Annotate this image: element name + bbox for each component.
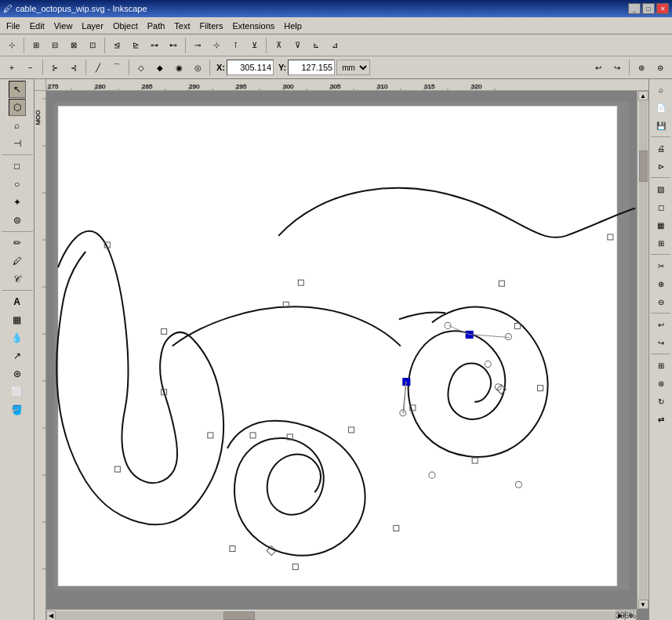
menu-filters[interactable]: Filters — [195, 20, 228, 32]
seg-line-btn[interactable]: ╱ — [89, 59, 107, 76]
panel-pattern-btn[interactable]: ⊞ — [652, 234, 670, 252]
panel-cut-btn[interactable]: ✂ — [652, 257, 670, 274]
close-button[interactable]: ✕ — [656, 3, 669, 14]
canvas-container[interactable]: 275 280 285 290 295 300 305 310 — [35, 79, 648, 620]
tool-node[interactable]: ⬡ — [9, 99, 26, 116]
panel-grid-btn[interactable]: ⊞ — [652, 357, 670, 374]
tool-callig[interactable]: 𝒞 — [9, 270, 26, 288]
svg-text:275: 275 — [48, 83, 59, 90]
sep4 — [266, 38, 267, 53]
tool-eraser[interactable]: ⬜ — [9, 383, 26, 401]
y-input[interactable] — [288, 60, 335, 75]
transform-btn-4[interactable]: ⊻ — [245, 37, 263, 54]
scrollbar-v-thumb[interactable] — [639, 150, 648, 182]
align-btn-1[interactable]: ⊴ — [108, 37, 125, 54]
scrollbar-horizontal[interactable]: ◀ ▶ ⊕ — [46, 609, 637, 620]
view-btn-2[interactable]: ⊽ — [289, 37, 306, 54]
tool-rect[interactable]: □ — [9, 158, 26, 175]
snap-btn-4[interactable]: ⊠ — [65, 37, 82, 54]
tool-pencil[interactable]: ✏ — [9, 234, 26, 252]
panel-print-btn[interactable]: 🖨 — [652, 140, 670, 157]
node-join-btn[interactable]: ⊱ — [46, 59, 64, 76]
snap-btn-2[interactable]: ⊞ — [27, 37, 45, 54]
menu-help[interactable]: Help — [279, 20, 307, 32]
panel-paste-btn[interactable]: ⊖ — [652, 293, 670, 310]
path-effect-btn[interactable]: ↩ — [590, 59, 607, 76]
transform-btn-3[interactable]: ⊺ — [227, 37, 244, 54]
unit-select[interactable]: mm px pt in — [336, 60, 370, 75]
view-btn-1[interactable]: ⊼ — [270, 37, 287, 54]
view-btn-4[interactable]: ⊿ — [326, 37, 343, 54]
snap-btn-5[interactable]: ⊡ — [84, 37, 101, 54]
canvas[interactable] — [46, 91, 637, 609]
seg-curve-btn[interactable]: ⌒ — [108, 59, 125, 76]
tool-bucket[interactable]: 🪣 — [9, 401, 26, 419]
maximize-button[interactable]: □ — [642, 3, 655, 14]
scrollbar-v-track[interactable] — [639, 100, 648, 600]
minimize-button[interactable]: _ — [628, 3, 641, 14]
node-symm-btn[interactable]: ◉ — [170, 59, 187, 76]
panel-fill-btn[interactable]: ▨ — [652, 180, 670, 198]
scrollbar-vertical[interactable]: ▲ ▼ — [637, 91, 648, 609]
tool-star[interactable]: ✦ — [9, 194, 26, 211]
show-outline-btn[interactable]: ⊜ — [652, 59, 669, 76]
menu-path[interactable]: Path — [143, 20, 170, 32]
scroll-down-btn[interactable]: ▼ — [638, 600, 648, 609]
node-add-btn[interactable]: + — [3, 59, 20, 76]
show-handles-btn[interactable]: ⊛ — [633, 59, 650, 76]
tool-measure[interactable]: ⊣ — [9, 135, 26, 152]
view-btn-3[interactable]: ⊾ — [307, 37, 325, 54]
node-cusp-btn[interactable]: ◇ — [133, 59, 150, 76]
snap-btn-3[interactable]: ⊟ — [46, 37, 64, 54]
scroll-left-btn[interactable]: ◀ — [46, 611, 56, 621]
panel-redo-btn[interactable]: ↪ — [652, 334, 670, 351]
panel-undo-btn[interactable]: ↩ — [652, 316, 670, 333]
align-btn-3[interactable]: ⊶ — [146, 37, 163, 54]
panel-save-btn[interactable]: 💾 — [652, 117, 670, 134]
tool-sep3 — [2, 290, 33, 291]
panel-doc-btn[interactable]: 📄 — [652, 99, 670, 116]
scrollbar-h-thumb[interactable] — [223, 611, 255, 620]
panel-export-btn[interactable]: ⊳ — [652, 158, 670, 175]
path-effect-btn2[interactable]: ↪ — [608, 59, 626, 76]
scrollbar-h-track[interactable] — [56, 611, 616, 620]
panel-rotate-btn[interactable]: ↻ — [652, 393, 670, 410]
node-del-btn[interactable]: − — [22, 59, 39, 76]
tool-dropper[interactable]: 💧 — [9, 329, 26, 346]
node-break-btn[interactable]: ⊰ — [65, 59, 82, 76]
node-auto-btn[interactable]: ◎ — [189, 59, 206, 76]
menu-view[interactable]: View — [49, 20, 78, 32]
panel-snap-btn[interactable]: ⊛ — [652, 375, 670, 392]
x-coord-box: X: — [216, 60, 274, 75]
snap-btn-1[interactable]: ⊹ — [3, 37, 20, 54]
x-input[interactable] — [227, 60, 274, 75]
panel-copy-btn[interactable]: ⊕ — [652, 275, 670, 292]
tool-circle[interactable]: ○ — [9, 176, 26, 193]
tool-gradient[interactable]: ▦ — [9, 311, 26, 328]
panel-zoom-btn[interactable]: ⌕ — [652, 81, 670, 98]
tool-select[interactable]: ↖ — [9, 81, 26, 98]
panel-sep5 — [651, 354, 670, 354]
menu-edit[interactable]: Edit — [25, 20, 49, 32]
align-btn-2[interactable]: ⊵ — [127, 37, 144, 54]
tool-zoom[interactable]: ⌕ — [9, 117, 26, 134]
scroll-up-btn[interactable]: ▲ — [638, 91, 648, 100]
transform-btn-1[interactable]: ⊸ — [189, 37, 206, 54]
menu-extensions[interactable]: Extensions — [227, 20, 279, 32]
menu-layer[interactable]: Layer — [77, 20, 108, 32]
tool-spiral[interactable]: ⊚ — [9, 212, 26, 229]
tool-text[interactable]: A — [9, 293, 26, 310]
node-smooth-btn[interactable]: ◆ — [151, 59, 169, 76]
panel-stroke-btn[interactable]: ◻ — [652, 198, 670, 216]
tool-pen[interactable]: 🖊 — [9, 252, 26, 270]
x-label: X: — [216, 63, 225, 72]
transform-btn-2[interactable]: ⊹ — [208, 37, 225, 54]
menu-object[interactable]: Object — [108, 20, 143, 32]
panel-gradient-btn[interactable]: ▦ — [652, 216, 670, 234]
align-btn-4[interactable]: ⊷ — [165, 37, 182, 54]
panel-flip-btn[interactable]: ⇄ — [652, 411, 670, 428]
tool-spray[interactable]: ⊛ — [9, 365, 26, 383]
menu-text[interactable]: Text — [169, 20, 194, 32]
menu-file[interactable]: File — [2, 20, 25, 32]
tool-connector[interactable]: ↗ — [9, 347, 26, 364]
